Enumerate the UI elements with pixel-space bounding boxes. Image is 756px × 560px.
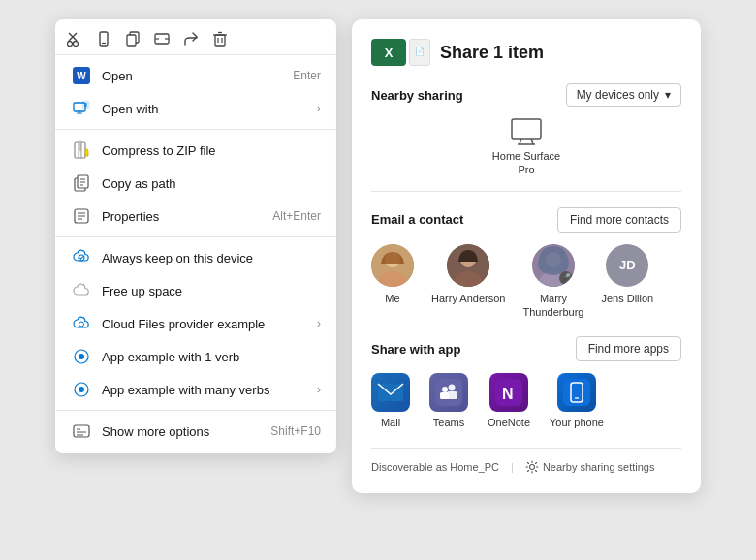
contact-harry-name: Harry Anderson (431, 292, 505, 305)
nearby-settings-label: Nearby sharing settings (543, 461, 655, 473)
share-panel: X 📄 Share 1 item Nearby sharing My devic… (352, 19, 701, 493)
mail-icon (371, 373, 410, 412)
app-mail[interactable]: Mail (371, 373, 410, 428)
nearby-sharing-value: My devices only (577, 88, 659, 102)
onenote-icon: N (489, 373, 528, 412)
divider-3 (55, 410, 336, 411)
cloud-provider-icon (71, 313, 92, 334)
open-with-label: Open with (102, 102, 317, 116)
menu-item-cloud-provider[interactable]: Cloud Files provider example › (55, 307, 336, 340)
your-phone-icon (557, 373, 596, 412)
menu-item-keep-device[interactable]: Always keep on this device (55, 241, 336, 274)
discoverable-text: Discoverable as Home_PC (371, 461, 499, 473)
teams-icon (429, 373, 468, 412)
cut-icon[interactable] (67, 31, 82, 47)
mail-label: Mail (381, 417, 400, 428)
more-options-icon (71, 420, 92, 442)
excel-letter: X (385, 46, 394, 60)
menu-item-open[interactable]: W Open Enter (55, 59, 336, 92)
svg-point-69 (529, 465, 534, 470)
svg-point-2 (68, 42, 73, 47)
cloud-provider-arrow: › (317, 317, 321, 330)
find-more-contacts-button[interactable]: Find more contacts (557, 207, 681, 233)
context-menu: W Open Enter Open with › (55, 19, 336, 453)
share-header: X 📄 Share 1 item (371, 39, 681, 66)
phone-label: Your phone (550, 417, 604, 428)
copy-icon[interactable] (125, 31, 141, 47)
menu-item-more-options[interactable]: Show more options Shift+F10 (55, 415, 336, 448)
svg-point-60 (449, 385, 456, 391)
avatar-marry: 🎤 (532, 244, 575, 287)
app-teams[interactable]: Teams (429, 373, 468, 428)
toolbar-row (55, 25, 336, 55)
svg-rect-17 (82, 101, 89, 109)
contact-jens[interactable]: JD Jens Dillon (601, 244, 653, 320)
open-shortcut: Enter (293, 69, 321, 82)
cloud-provider-label: Cloud Files provider example (102, 317, 317, 331)
excel-icon-group: X 📄 (371, 39, 430, 66)
share-app-header: Share with app Find more apps (371, 336, 681, 361)
properties-icon (71, 205, 92, 227)
email-contact-header: Email a contact Find more contacts (371, 207, 681, 233)
avatar-me (371, 244, 414, 287)
svg-text:N: N (502, 386, 514, 402)
nearby-sharing-dropdown[interactable]: My devices only ▾ (566, 83, 681, 107)
menu-item-copy-path[interactable]: Copy as path (55, 167, 336, 200)
contact-marry[interactable]: 🎤 MarryThunderburg (522, 244, 583, 320)
menu-item-properties[interactable]: Properties Alt+Enter (55, 200, 336, 233)
rename-icon[interactable] (154, 31, 170, 47)
menu-item-app-many[interactable]: App example with many verbs › (55, 373, 336, 406)
contact-me[interactable]: Me (371, 244, 414, 320)
svg-point-38 (79, 354, 84, 359)
more-options-label: Show more options (102, 424, 261, 439)
free-space-label: Free up space (102, 284, 321, 298)
compress-label: Compress to ZIP file (102, 143, 321, 158)
menu-item-app-1verb[interactable]: App example with 1 verb (55, 340, 336, 373)
file-icon: 📄 (409, 39, 430, 66)
device-name: Home SurfacePro (492, 149, 560, 177)
svg-line-46 (520, 139, 521, 144)
contacts-row: Me Harry Anderson (371, 244, 681, 320)
svg-rect-63 (440, 392, 449, 399)
contact-jens-name: Jens Dillon (601, 292, 653, 305)
mobile-share-icon[interactable] (96, 31, 111, 47)
cloud-outline-icon (71, 280, 92, 301)
more-options-shortcut: Shift+F10 (270, 424, 321, 438)
contact-me-name: Me (385, 292, 399, 305)
nearby-sharing-header: Nearby sharing My devices only ▾ (371, 83, 681, 107)
zip-icon (71, 140, 92, 161)
footer-separator: | (511, 461, 514, 473)
dropdown-chevron: ▾ (665, 88, 671, 102)
keep-device-label: Always keep on this device (102, 251, 321, 265)
svg-rect-7 (127, 35, 136, 46)
menu-item-compress[interactable]: Compress to ZIP file (55, 134, 336, 167)
delete-icon[interactable] (212, 31, 228, 47)
copy-path-label: Copy as path (102, 176, 321, 191)
apps-row: Mail Teams N One (371, 373, 681, 428)
app-1verb-label: App example with 1 verb (102, 350, 321, 364)
find-more-apps-button[interactable]: Find more apps (576, 336, 681, 361)
avatar-jens-initials: JD (619, 258, 636, 272)
app-many-icon (71, 379, 92, 400)
open-label: Open (102, 69, 283, 83)
nearby-settings-link[interactable]: Nearby sharing settings (525, 460, 655, 474)
divider-2 (55, 236, 336, 237)
svg-point-36 (79, 322, 84, 327)
contact-harry[interactable]: Harry Anderson (431, 244, 505, 320)
menu-item-open-with[interactable]: Open with › (55, 92, 336, 125)
menu-item-free-space[interactable]: Free up space (55, 274, 336, 307)
app-1verb-icon (71, 346, 92, 367)
app-many-label: App example with many verbs (102, 383, 317, 397)
share-icon[interactable] (183, 31, 199, 47)
app-onenote[interactable]: N OneNote (488, 373, 530, 428)
onenote-label: OneNote (488, 417, 530, 428)
nearby-sharing-label: Nearby sharing (371, 88, 463, 103)
svg-point-62 (442, 387, 448, 392)
properties-shortcut: Alt+Enter (272, 209, 321, 223)
share-title: Share 1 item (440, 43, 544, 63)
svg-line-47 (531, 139, 533, 144)
svg-rect-45 (512, 119, 541, 139)
app-phone[interactable]: Your phone (550, 373, 604, 428)
word-icon: W (71, 65, 92, 86)
gear-icon (525, 460, 539, 474)
